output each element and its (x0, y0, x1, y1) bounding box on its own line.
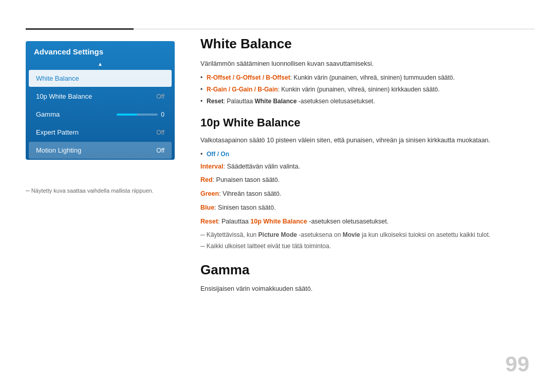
bullet-bold-1: R-Offset / G-Offset / B-Offset (207, 74, 290, 81)
advanced-settings-box: Advanced Settings ▲ White Balance 10p Wh… (26, 41, 175, 160)
bottom-note: Näytetty kuva saattaa vaihdella mallista… (26, 188, 154, 194)
right-content: White Balance Värilämmön säätäminen luon… (200, 36, 529, 298)
note-2-text: Kaikki ulkoiset laitteet eivät tue tätä … (207, 242, 331, 250)
10p-white-balance-title: 10p White Balance (200, 116, 529, 129)
left-panel: Advanced Settings ▲ White Balance 10p Wh… (26, 41, 175, 160)
top-line-light (134, 29, 534, 29)
note-1-bold-b: Movie (343, 231, 360, 238)
blue-line: Blue: Sinisen tason säätö. (200, 203, 529, 213)
bullet-text-2: : Kunkin värin (punainen, vihreä, sinine… (278, 86, 440, 93)
menu-item-10p-white-balance[interactable]: 10p White Balance Off (29, 88, 172, 105)
off-on-label: Off / On (207, 151, 229, 158)
gamma-slider: 0 (117, 111, 164, 118)
page-number: 99 (505, 352, 529, 377)
white-balance-title: White Balance (200, 36, 529, 52)
bullet-text-3b: -asetuksen oletusasetukset. (297, 98, 375, 105)
bullet-text-1: : Kunkin värin (punainen, vihreä, sinine… (290, 74, 455, 81)
white-balance-desc: Värilämmön säätäminen luonnollisen kuvan… (200, 59, 529, 69)
red-text: : Punaisen tason säätö. (213, 176, 280, 183)
reset-10p-text-a: : Palauttaa (218, 218, 250, 225)
note-2: Kaikki ulkoiset laitteet eivät tue tätä … (200, 241, 529, 251)
note-1-bold-a: Picture Mode (258, 231, 297, 238)
bullet-bold-2: R-Gain / G-Gain / B-Gain (207, 86, 278, 93)
slider-track (117, 114, 158, 116)
note-1-text-b: -asetuksena on (297, 231, 343, 238)
up-arrow: ▲ (26, 60, 175, 69)
gamma-title: Gamma (200, 262, 529, 278)
menu-item-expert-pattern[interactable]: Expert Pattern Off (29, 124, 172, 141)
green-text: : Vihreän tason säätö. (219, 190, 281, 197)
reset-10p-line: Reset: Palauttaa 10p White Balance -aset… (200, 217, 529, 227)
menu-item-value: Off (156, 129, 164, 136)
bullet-text-3a: : Palauttaa (224, 98, 255, 105)
menu-item-white-balance[interactable]: White Balance (29, 70, 172, 87)
bullet-rgain: R-Gain / G-Gain / B-Gain: Kunkin värin (… (200, 85, 529, 94)
menu-item-label: Gamma (36, 110, 60, 118)
note-1: Käytettävissä, kun Picture Mode -asetuks… (200, 230, 529, 239)
bullet-reset: Reset: Palauttaa White Balance -asetukse… (200, 97, 529, 106)
interval-text: : Säädettävän välin valinta. (223, 163, 300, 170)
reset-10p-text-b: -asetuksen oletusasetukset. (307, 218, 388, 225)
white-balance-bullets: R-Offset / G-Offset / B-Offset: Kunkin v… (200, 73, 529, 106)
menu-item-gamma[interactable]: Gamma 0 (29, 106, 172, 123)
blue-text: : Sinisen tason säätö. (214, 204, 276, 211)
interval-label: Interval (200, 163, 223, 170)
menu-item-motion-lighting[interactable]: Motion Lighting Off (29, 142, 172, 159)
bullet-off-on: Off / On (200, 150, 529, 159)
advanced-settings-title: Advanced Settings (26, 41, 175, 60)
note-1-text-a: Käytettävissä, kun (207, 231, 258, 238)
green-line: Green: Vihreän tason säätö. (200, 189, 529, 199)
note-1-text-c: ja kun ulkoiseksi tuioksi on asetettu ka… (360, 231, 490, 238)
red-line: Red: Punaisen tason säätö. (200, 175, 529, 185)
slider-fill (117, 114, 137, 116)
top-lines (0, 28, 555, 30)
bullet-roffset: R-Offset / G-Offset / B-Offset: Kunkin v… (200, 73, 529, 82)
gamma-section: Gamma Ensisijaisen värin voimakkuuden sä… (200, 262, 529, 294)
menu-item-label: White Balance (36, 74, 79, 82)
10p-sub-bullets: Off / On (200, 150, 529, 159)
section-separator-1: 10p White Balance Valkotasapainon säätö … (200, 116, 529, 251)
gamma-value: 0 (161, 111, 164, 118)
red-label: Red (200, 176, 213, 183)
menu-item-label: 10p White Balance (36, 92, 92, 100)
blue-label: Blue (200, 204, 214, 211)
reset-10p-bold: 10p White Balance (250, 218, 307, 225)
green-label: Green (200, 190, 219, 197)
reset-10p-label: Reset (200, 218, 218, 225)
menu-item-label: Motion Lighting (36, 146, 81, 154)
interval-line: Interval: Säädettävän välin valinta. (200, 162, 529, 172)
top-line-dark (26, 28, 134, 30)
menu-item-label: Expert Pattern (36, 128, 79, 136)
menu-item-value: Off (156, 147, 164, 154)
10p-white-balance-desc: Valkotasapainon säätö 10 pisteen välein … (200, 136, 529, 145)
bullet-bold-3: Reset (207, 98, 224, 105)
bullet-bold-3b: White Balance (254, 98, 297, 105)
menu-item-value: Off (156, 93, 164, 100)
gamma-desc: Ensisijaisen värin voimakkuuden säätö. (200, 284, 529, 294)
